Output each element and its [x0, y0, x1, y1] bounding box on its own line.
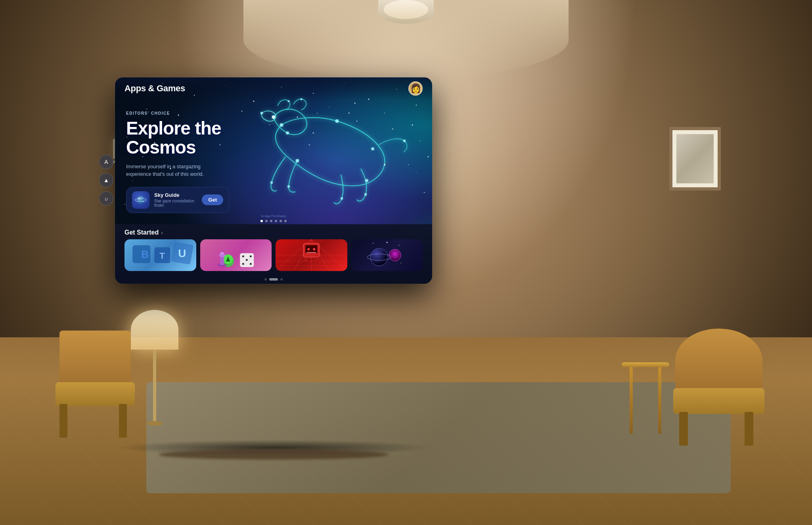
svg-text:U: U — [178, 247, 186, 260]
app-title: Apps & Games — [124, 83, 185, 94]
arcade-icon: ▲ — [103, 177, 109, 183]
app-subtitle: Star gaze constellation finder — [154, 199, 202, 208]
apps-button[interactable]: A — [99, 155, 113, 169]
scroll-dot-2 — [269, 278, 278, 281]
pagination-dots — [260, 220, 287, 222]
svg-rect-101 — [315, 257, 318, 262]
svg-point-62 — [137, 196, 145, 204]
app-window: Apps & Games EDITORS' CHOICE Explore the… — [115, 77, 432, 284]
side-table — [622, 362, 669, 434]
hero-title-line1: Explore the — [126, 118, 221, 138]
svg-point-79 — [245, 259, 247, 261]
search-button[interactable]: ⌕ — [99, 191, 113, 206]
pagination-dot-6[interactable] — [284, 220, 287, 222]
svg-text:B: B — [141, 248, 149, 260]
svg-rect-100 — [304, 257, 307, 262]
app-card-wrapper: Sky Guide Star gaze constellation finder… — [126, 187, 421, 218]
bottom-app-1[interactable]: B T U — [124, 239, 196, 271]
bottom-section: Get Started › B T U — [115, 224, 432, 284]
pagination-dot-5[interactable] — [280, 220, 282, 222]
content-area: EDITORS' CHOICE Explore the Cosmos Immer… — [115, 99, 432, 224]
app-name: Sky Guide — [154, 192, 202, 198]
sidebar-controls: A ▲ ⌕ — [99, 155, 113, 206]
svg-point-85 — [220, 252, 224, 254]
bottom-app-2[interactable]: ♟ — [200, 239, 272, 271]
svg-point-103 — [389, 249, 401, 261]
wall-art-frame — [669, 127, 721, 190]
svg-rect-99 — [306, 252, 316, 253]
pagination-dot-2[interactable] — [265, 220, 268, 222]
app-info: Sky Guide Star gaze constellation finder — [154, 192, 202, 208]
ceiling-light — [366, 0, 446, 24]
svg-point-81 — [249, 263, 251, 265]
editors-choice-label: EDITORS' CHOICE — [126, 111, 421, 115]
app4-art — [351, 239, 423, 271]
apps-icon: A — [104, 159, 108, 165]
window-platform — [159, 450, 389, 460]
sky-guide-icon — [135, 194, 147, 206]
floor-lamp — [139, 310, 170, 426]
window-scrollbar — [264, 278, 283, 281]
svg-point-77 — [242, 256, 244, 258]
svg-point-98 — [313, 248, 315, 250]
header-bar: Apps & Games — [115, 77, 432, 99]
hero-description: Immerse yourself in a stargazing experie… — [126, 163, 213, 178]
app2-art: ♟ — [200, 239, 272, 271]
scroll-dot-3 — [280, 278, 283, 281]
app3-art — [276, 239, 347, 271]
pagination-dot-3[interactable] — [270, 220, 272, 222]
svg-point-66 — [143, 200, 144, 201]
bottom-app-4[interactable] — [351, 239, 423, 271]
svg-text:T: T — [159, 251, 165, 261]
get-started-title: Get Started — [124, 229, 159, 236]
hero-title: Explore the Cosmos — [126, 119, 421, 157]
svg-point-97 — [307, 248, 310, 250]
get-started-chevron[interactable]: › — [161, 229, 163, 236]
left-chair — [52, 327, 143, 438]
bottom-app-3[interactable] — [276, 239, 347, 271]
svg-point-65 — [142, 197, 143, 198]
svg-text:♟: ♟ — [225, 256, 231, 263]
app1-art: B T U — [124, 239, 196, 271]
bottom-apps-row: B T U ♟ — [115, 239, 432, 271]
svg-point-102 — [370, 248, 388, 266]
search-icon: ⌕ — [105, 195, 108, 202]
svg-point-80 — [242, 263, 244, 265]
pagination-dot-4[interactable] — [275, 220, 277, 222]
scroll-dot-1 — [264, 278, 267, 281]
svg-point-107 — [398, 245, 399, 246]
svg-point-78 — [249, 256, 251, 258]
app-card[interactable]: Sky Guide Star gaze constellation finder… — [126, 187, 229, 213]
in-app-purchases-label: In-App Purchases — [126, 214, 421, 218]
svg-point-108 — [400, 263, 401, 263]
svg-point-64 — [138, 198, 140, 199]
svg-point-106 — [386, 242, 387, 243]
pagination-dot-1[interactable] — [260, 220, 263, 222]
user-avatar[interactable] — [408, 81, 423, 96]
app-icon — [132, 191, 149, 209]
get-button[interactable]: Get — [202, 194, 223, 205]
get-started-header: Get Started › — [115, 224, 432, 239]
right-chair — [669, 327, 772, 446]
hero-title-line2: Cosmos — [126, 137, 195, 158]
svg-point-105 — [373, 243, 373, 244]
arcade-button[interactable]: ▲ — [99, 173, 113, 187]
